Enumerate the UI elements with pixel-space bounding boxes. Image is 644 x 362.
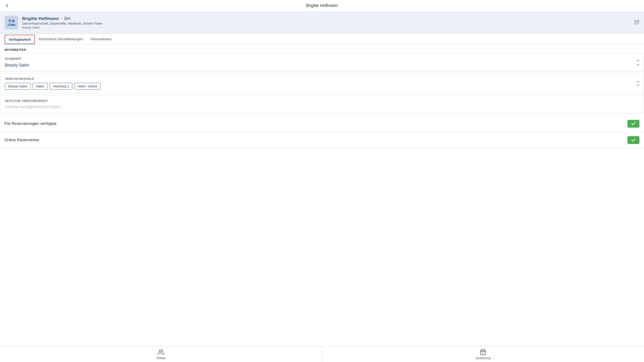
toggle-label-reservierungen: Für Reservierungen verfügbar [4, 121, 57, 126]
verkaufskanaele-label: VERKAUFSKANÄLE [5, 77, 639, 81]
tag-salon: Salon [32, 83, 48, 90]
toggle-row-online: Online Reservierbar [0, 132, 644, 148]
edit-button[interactable] [634, 20, 640, 26]
toggle-label-online: Online Reservierbar [4, 138, 39, 142]
standort-section[interactable]: STANDORT Beauty Salon [0, 53, 644, 72]
standort-label: STANDORT [5, 57, 639, 61]
verkaufskanaele-section[interactable]: VERKAUFSKANÄLE Beauty Salon Salon Hambur… [0, 73, 644, 94]
zeitliche-verfuegbarkeit-label: ZEITLICHE VERFÜGBARKEIT [5, 99, 639, 103]
tag-hamburg1: Hamburg 1 [50, 83, 72, 90]
toggle-row-reservierungen: Für Reservierungen verfügbar [0, 116, 644, 132]
tab-informationen[interactable]: Informationen [86, 34, 115, 44]
tab-verfuegbarkeit[interactable]: Verfügbarkeit [4, 35, 35, 44]
profile-header: Brigitte Hoffmann · BH Damenhaarschnitt,… [0, 12, 644, 34]
tag-beauty-salon: Beauty Salon [5, 83, 31, 90]
main-content: MITARBEITER STANDORT Beauty Salon VERKAU… [0, 44, 644, 167]
tab-dienstleistungen[interactable]: Persönliche Dienstleistungen [35, 34, 86, 44]
back-button[interactable] [4, 3, 10, 8]
zeitliche-verfuegbarkeit-section[interactable]: ZEITLICHE VERFÜGBARKEIT Zeitliche Verfüg… [0, 95, 644, 114]
section-header-mitarbeiter: MITARBEITER [0, 44, 644, 53]
avatar [4, 16, 18, 30]
verkaufskanaele-chevron [636, 80, 640, 87]
standort-value: Beauty Salon [5, 63, 639, 68]
zeitliche-verfuegbarkeit-placeholder: Zeitliche Verfügbarkeit hinzufügen ... [5, 105, 639, 109]
page-title: Brigitte Hoffmann [306, 3, 338, 8]
profile-info: Brigitte Hoffmann · BH Damenhaarschnitt,… [22, 16, 640, 29]
verkaufskanaele-tags: Beauty Salon Salon Hamburg 1 Hotel - enf… [5, 83, 639, 90]
top-bar: Brigitte Hoffmann [0, 0, 644, 12]
profile-location: Beauty Salon [22, 26, 640, 29]
svg-point-0 [8, 19, 12, 22]
profile-name: Brigitte Hoffmann · BH [22, 16, 640, 21]
toggle-reservierungen[interactable] [628, 120, 640, 128]
tag-hotel-enfore: Hotel - enfore [74, 83, 100, 90]
svg-point-1 [12, 20, 15, 23]
tab-bar: Verfügbarkeit Persönliche Dienstleistung… [0, 34, 644, 44]
toggle-online[interactable] [628, 136, 640, 144]
standort-chevron [636, 59, 640, 66]
profile-services: Damenhaarschnitt, Dauerwelle, Maniküre, … [22, 22, 640, 25]
